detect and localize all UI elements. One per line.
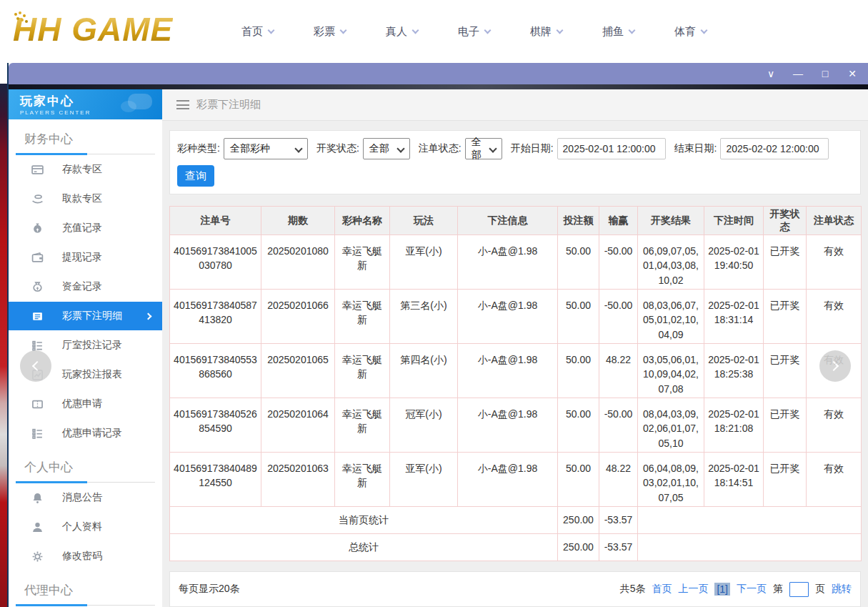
table-cell: 亚军(小) (390, 453, 458, 507)
nav-boardgames[interactable]: 棋牌 (530, 25, 562, 39)
table-cell: 有效 (807, 290, 862, 344)
sidebar-item-funds-record[interactable]: 资金记录 (9, 272, 162, 301)
sidebar-item-promo-apply[interactable]: 优惠申请 (9, 390, 162, 418)
table-cell: 2025-02-01 18:31:14 (704, 290, 764, 344)
table-cell: 已开奖 (764, 453, 807, 507)
sidebar-item-withdrawal-record[interactable]: 提现记录 (9, 243, 162, 272)
table-cell: 06,04,08,09,03,02,01,10,07,05 (638, 453, 704, 507)
table-row: 40156917384055386856020250201065幸运飞艇新第四名… (170, 344, 862, 398)
filter-panel: 彩种类型: 全部彩种 开奖状态: 全部 注单状态: 全部 开始日期: 结束日期:… (169, 130, 861, 194)
summary-row: 总统计250.00-53.57 (170, 534, 862, 561)
nav-live[interactable]: 真人 (386, 25, 418, 39)
table-cell: 小-A盘@1.98 (458, 453, 558, 507)
table-cell: 20250201063 (261, 453, 335, 507)
panel-expand-button[interactable] (819, 350, 851, 382)
sidebar-subtitle: PLAYERS CENTER (20, 109, 162, 116)
column-header: 注单号 (170, 207, 261, 235)
sidebar-header: 玩家中心 PLAYERS CENTER (9, 89, 162, 119)
window-close-icon[interactable]: ✕ (847, 69, 858, 79)
window-titlebar: ∨—□✕ (9, 63, 868, 84)
sidebar-item-profile[interactable]: 个人资料 (9, 513, 162, 541)
table-cell: 401569173840587413820 (170, 290, 261, 344)
sidebar-item-announcements[interactable]: 消息公告 (9, 483, 162, 512)
bet-list-icon (31, 310, 44, 322)
table-cell: 50.00 (558, 290, 599, 344)
query-button[interactable]: 查询 (177, 165, 214, 187)
chevron-down-icon (629, 26, 636, 34)
table-cell: 08,04,03,09,02,06,01,07,05,10 (638, 398, 704, 453)
lottery-type-label: 彩种类型: (177, 142, 220, 155)
brand-logo[interactable]: HH GAME (13, 11, 173, 48)
menu-toggle-icon[interactable] (176, 100, 189, 109)
sidebar-item-withdraw-zone[interactable]: 取款专区 (9, 184, 162, 213)
summary-bet-total: 250.00 (558, 534, 599, 561)
table-cell: 第三名(小) (390, 290, 458, 344)
table-cell: 有效 (807, 398, 862, 453)
draw-status-select[interactable]: 全部 (363, 138, 410, 159)
column-header: 玩法 (390, 207, 458, 235)
jump-suffix: 页 (815, 583, 825, 596)
nav-home[interactable]: 首页 (241, 25, 274, 39)
desktop-background-strip (0, 84, 7, 607)
sidebar-item-change-password[interactable]: 修改密码 (9, 542, 162, 571)
coupon-icon (31, 398, 44, 410)
start-date-input[interactable] (557, 138, 666, 159)
window-chrome-edge (9, 84, 868, 89)
table-cell: 已开奖 (764, 398, 807, 453)
bank-card-icon (31, 164, 44, 176)
table-cell: 已开奖 (764, 344, 807, 398)
column-header: 下注信息 (458, 207, 558, 235)
app-window: ∨—□✕ 玩家中心 PLAYERS CENTER 财务中心存款专区取款专区充值记… (7, 63, 868, 607)
chevron-down-icon (557, 26, 564, 34)
draw-status-label: 开奖状态: (316, 142, 359, 155)
nav-sports[interactable]: 体育 (674, 25, 707, 39)
table-cell: 20250201080 (261, 235, 335, 290)
sidebar: 玩家中心 PLAYERS CENTER 财务中心存款专区取款专区充值记录提现记录… (9, 89, 162, 607)
lottery-type-select[interactable]: 全部彩种 (224, 138, 308, 159)
window-maximize-icon[interactable]: □ (819, 69, 831, 79)
column-header: 开奖状态 (764, 207, 807, 235)
table-row: 40156917384058741382020250201066幸运飞艇新第三名… (170, 290, 862, 344)
nav-lottery[interactable]: 彩票 (314, 25, 346, 39)
table-cell: 已开奖 (764, 235, 807, 290)
nav-fishing[interactable]: 捕鱼 (602, 25, 634, 39)
first-page-link[interactable]: 首页 (652, 583, 672, 596)
table-row: 40156917384100503078020250201080幸运飞艇新亚军(… (170, 235, 862, 290)
table-cell: 幸运飞艇新 (335, 235, 390, 290)
table-cell: 2025-02-01 18:21:08 (704, 398, 764, 453)
table-cell: 401569173841005030780 (170, 235, 261, 290)
bell-icon (31, 492, 44, 504)
sidebar-item-recharge-record[interactable]: 充值记录 (9, 214, 162, 242)
window-collapse-icon[interactable]: ∨ (765, 69, 777, 79)
jump-button[interactable]: 跳转 (832, 583, 852, 596)
column-header: 期数 (261, 207, 335, 235)
bets-table: 注单号期数彩种名称玩法下注信息投注额输赢开奖结果下注时间开奖状态注单状态 401… (169, 206, 862, 561)
next-page-link[interactable]: 下一页 (737, 583, 767, 596)
table-row: 40156917384048912455020250201063幸运飞艇新亚军(… (170, 453, 862, 507)
sidebar-item-deposit-zone[interactable]: 存款专区 (9, 155, 162, 184)
page-root: HH GAME 首页彩票真人电子棋牌捕鱼体育 ∨—□✕ 玩家中心 PLAYERS… (0, 0, 868, 607)
checklist-icon (31, 428, 44, 440)
table-cell: 401569173840489124550 (170, 453, 261, 507)
page-size-text: 每页显示20条 (179, 583, 240, 596)
sidebar-item-lottery-bet-detail[interactable]: 彩票下注明细 (9, 302, 162, 330)
money-bag-icon (31, 281, 44, 293)
nav-electronic[interactable]: 电子 (458, 25, 490, 39)
window-minimize-icon[interactable]: — (792, 69, 804, 79)
top-bar: HH GAME 首页彩票真人电子棋牌捕鱼体育 (0, 0, 868, 63)
prev-page-link[interactable]: 上一页 (678, 583, 708, 596)
logo-text: HH GAME (13, 11, 173, 48)
order-status-select[interactable]: 全部 (465, 138, 502, 159)
sidebar-item-promo-apply-record[interactable]: 优惠申请记录 (9, 419, 162, 448)
table-cell: 03,05,06,01,10,09,04,02,07,08 (638, 344, 704, 398)
column-header: 注单状态 (807, 207, 862, 235)
page-jump-input[interactable] (789, 582, 809, 597)
page-title: 彩票下注明细 (196, 98, 261, 112)
chevron-down-icon (412, 26, 419, 34)
end-date-input[interactable] (720, 138, 829, 159)
table-cell: 48.22 (599, 453, 638, 507)
current-page-badge[interactable]: [1] (714, 583, 730, 596)
summary-winloss-total: -53.57 (599, 534, 638, 561)
sidebar-collapse-button[interactable] (20, 350, 51, 382)
summary-label: 总统计 (170, 534, 558, 561)
